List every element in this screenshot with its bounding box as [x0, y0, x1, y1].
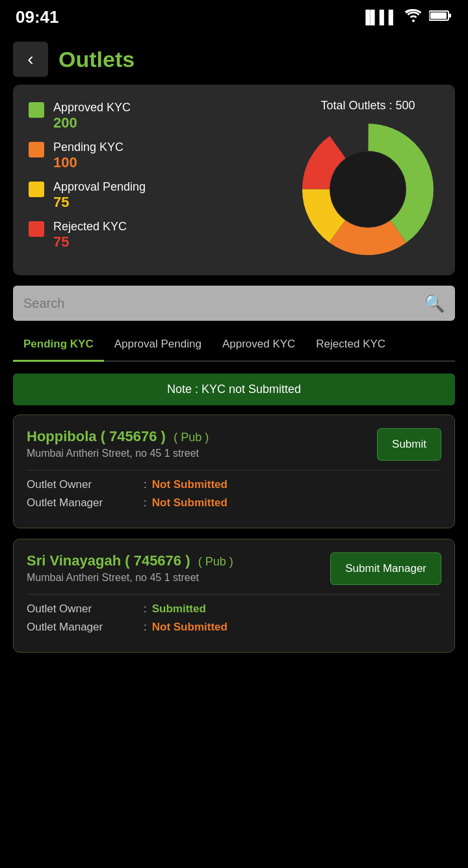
outlet-2-owner-label: Outlet Owner [27, 603, 144, 616]
outlet-2-manager-row: Outlet Manager : Not Submitted [27, 621, 441, 634]
donut-center [330, 152, 406, 227]
tab-bar: Pending KYC Approval Pending Approved KY… [13, 331, 455, 362]
outlet-1-address: Mumbai Antheri Street, no 45 1 street [27, 448, 377, 459]
stats-card: Approved KYC 200 Pending KYC 100 Approva… [13, 85, 455, 275]
outlet-1-manager-label: Outlet Manager [27, 496, 144, 509]
outlet-2-submit-button[interactable]: Submit Manager [330, 552, 441, 585]
rejected-kyc-value: 75 [53, 234, 127, 251]
outlet-1-manager-colon: : [144, 496, 147, 509]
status-time: 09:41 [16, 7, 59, 27]
outlet-2-manager-label: Outlet Manager [27, 621, 144, 634]
approved-kyc-dot [29, 102, 44, 118]
outlet-card-1: Hoppibola ( 745676 ) ( Pub ) Mumbai Anth… [13, 414, 455, 528]
legend-approval-pending: Approval Pending 75 [29, 180, 283, 211]
approved-kyc-value: 200 [53, 115, 131, 131]
battery-icon [429, 10, 452, 25]
outlet-card-2: Sri Vinayagah ( 745676 ) ( Pub ) Mumbai … [13, 539, 455, 653]
donut-chart [296, 118, 439, 261]
outlet-1-owner-status: Not Submitted [152, 478, 228, 491]
approved-kyc-label: Approved KYC [53, 101, 131, 115]
outlet-2-owner-row: Outlet Owner : Submitted [27, 603, 441, 616]
tab-pending-kyc[interactable]: Pending KYC [13, 331, 104, 362]
card-1-header: Hoppibola ( 745676 ) ( Pub ) Mumbai Anth… [27, 428, 441, 461]
status-icons: ▐▌▌▌ [361, 9, 452, 25]
outlet-1-kyc-info: Outlet Owner : Not Submitted Outlet Mana… [27, 470, 441, 509]
signal-icon: ▐▌▌▌ [361, 10, 398, 25]
legend-approved-kyc: Approved KYC 200 [29, 101, 283, 131]
outlet-1-name: Hoppibola ( 745676 ) ( Pub ) [27, 428, 377, 445]
outlet-1-manager-status: Not Submitted [152, 496, 228, 509]
outlet-2-manager-colon: : [144, 621, 147, 634]
back-button[interactable]: ‹ [13, 42, 48, 77]
approval-pending-value: 75 [53, 194, 146, 211]
tab-rejected-kyc[interactable]: Rejected KYC [306, 331, 396, 362]
tab-approval-pending[interactable]: Approval Pending [104, 331, 212, 362]
donut-section: Total Outlets : 500 [296, 99, 439, 261]
svg-rect-1 [430, 12, 447, 19]
outlet-1-owner-label: Outlet Owner [27, 478, 144, 491]
search-input[interactable] [23, 296, 424, 311]
legend-rejected-kyc: Rejected KYC 75 [29, 220, 283, 251]
outlet-1-submit-button[interactable]: Submit [377, 428, 441, 461]
total-outlets-label: Total Outlets : 500 [320, 99, 415, 113]
search-icon: 🔍 [424, 293, 445, 314]
outlet-2-manager-status: Not Submitted [152, 621, 228, 634]
pending-kyc-dot [29, 142, 44, 157]
legend-section: Approved KYC 200 Pending KYC 100 Approva… [29, 101, 283, 260]
outlet-2-name: Sri Vinayagah ( 745676 ) ( Pub ) [27, 552, 330, 569]
header: ‹ Outlets [0, 34, 468, 85]
outlet-list: Hoppibola ( 745676 ) ( Pub ) Mumbai Anth… [0, 414, 468, 653]
approval-pending-dot [29, 182, 44, 197]
svg-rect-2 [448, 14, 451, 18]
outlet-2-owner-colon: : [144, 603, 147, 616]
approval-pending-label: Approval Pending [53, 180, 146, 194]
outlet-1-manager-row: Outlet Manager : Not Submitted [27, 496, 441, 509]
pending-kyc-value: 100 [53, 154, 124, 171]
search-bar[interactable]: 🔍 [13, 286, 455, 321]
pending-kyc-label: Pending KYC [53, 141, 124, 154]
rejected-kyc-dot [29, 221, 44, 237]
outlet-2-kyc-info: Outlet Owner : Submitted Outlet Manager … [27, 594, 441, 634]
wifi-icon [404, 9, 422, 25]
note-bar: Note : KYC not Submitted [13, 373, 455, 405]
page-title: Outlets [58, 47, 135, 72]
outlet-2-address: Mumbai Antheri Street, no 45 1 street [27, 572, 330, 584]
card-2-header: Sri Vinayagah ( 745676 ) ( Pub ) Mumbai … [27, 552, 441, 585]
tab-approved-kyc[interactable]: Approved KYC [212, 331, 306, 362]
status-bar: 09:41 ▐▌▌▌ [0, 0, 468, 34]
outlet-1-owner-colon: : [144, 478, 147, 491]
outlet-2-owner-status: Submitted [152, 603, 206, 616]
outlet-1-owner-row: Outlet Owner : Not Submitted [27, 478, 441, 491]
card-2-title-area: Sri Vinayagah ( 745676 ) ( Pub ) Mumbai … [27, 552, 330, 584]
rejected-kyc-label: Rejected KYC [53, 220, 127, 234]
legend-pending-kyc: Pending KYC 100 [29, 141, 283, 171]
card-1-title-area: Hoppibola ( 745676 ) ( Pub ) Mumbai Anth… [27, 428, 377, 459]
